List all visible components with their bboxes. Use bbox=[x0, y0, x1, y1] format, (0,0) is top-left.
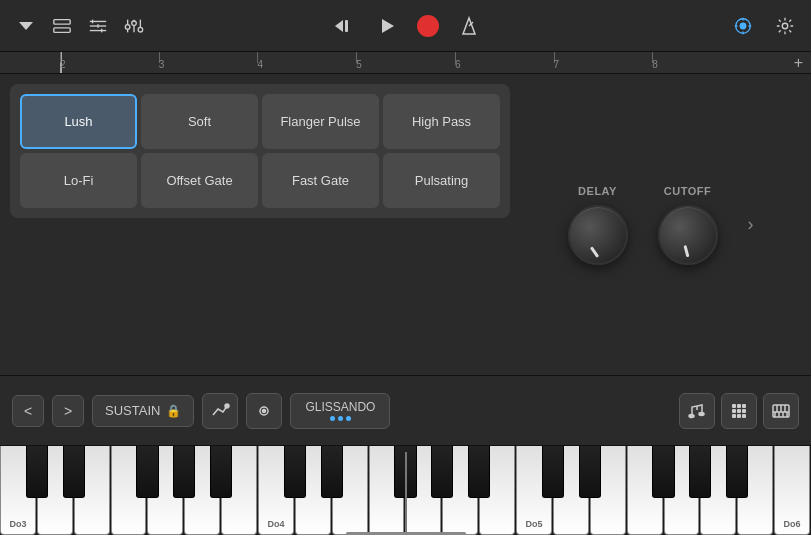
mixer-button[interactable] bbox=[120, 12, 148, 40]
cutoff-knob[interactable] bbox=[658, 205, 718, 265]
note-label-do6: Do6 bbox=[784, 519, 801, 529]
preset-offset-gate[interactable]: Offset Gate bbox=[141, 153, 258, 208]
delay-knob-group: DELAY bbox=[568, 185, 628, 265]
chord-strips-button[interactable] bbox=[721, 393, 757, 429]
glissando-dots bbox=[305, 416, 375, 421]
sustain-label: SUSTAIN bbox=[105, 403, 160, 418]
preset-flanger-pulse[interactable]: Flanger Pulse bbox=[262, 94, 379, 149]
svg-rect-41 bbox=[742, 414, 746, 418]
dot-2 bbox=[338, 416, 343, 421]
svg-marker-15 bbox=[335, 20, 343, 32]
play-button[interactable] bbox=[373, 12, 401, 40]
svg-rect-33 bbox=[732, 404, 736, 408]
black-key-11[interactable] bbox=[431, 446, 453, 498]
track-view-button[interactable] bbox=[48, 12, 76, 40]
knobs-panel: DELAY CUTOFF › bbox=[510, 74, 811, 375]
svg-point-12 bbox=[125, 24, 130, 29]
svg-marker-17 bbox=[382, 19, 394, 33]
nav-back-button[interactable]: < bbox=[12, 395, 44, 427]
preset-panel: Lush Soft Flanger Pulse High Pass Lo-Fi … bbox=[10, 84, 510, 218]
note-label-do3: Do3 bbox=[9, 519, 26, 529]
svg-point-31 bbox=[699, 412, 704, 415]
pitch-bend-vertical bbox=[405, 452, 407, 532]
expand-chevron[interactable]: › bbox=[748, 214, 754, 235]
toolbar-center bbox=[329, 12, 483, 40]
svg-marker-0 bbox=[19, 22, 33, 30]
svg-rect-2 bbox=[54, 27, 70, 32]
notes-button[interactable] bbox=[679, 393, 715, 429]
toolbar-right bbox=[729, 12, 799, 40]
ruler: 2 3 4 5 6 7 8 + bbox=[0, 52, 811, 74]
svg-point-21 bbox=[740, 23, 745, 28]
black-key-14[interactable] bbox=[542, 446, 564, 498]
black-key-1[interactable] bbox=[63, 446, 85, 498]
white-key-21[interactable]: Do6 bbox=[774, 446, 810, 535]
piano-area: Do3Do4Do5Do6 bbox=[0, 445, 811, 535]
svg-point-29 bbox=[263, 409, 266, 412]
preset-high-pass[interactable]: High Pass bbox=[383, 94, 500, 149]
lock-icon: 🔒 bbox=[166, 404, 181, 418]
ruler-tick-5: 5 bbox=[356, 52, 455, 73]
preset-lo-fi[interactable]: Lo-Fi bbox=[20, 153, 137, 208]
svg-point-27 bbox=[225, 404, 229, 408]
controls-right bbox=[679, 393, 799, 429]
ruler-tick-6: 6 bbox=[455, 52, 554, 73]
dot-3 bbox=[346, 416, 351, 421]
svg-rect-36 bbox=[732, 409, 736, 413]
ruler-ticks: 2 3 4 5 6 7 8 bbox=[60, 52, 751, 73]
ruler-tick-4: 4 bbox=[257, 52, 356, 73]
smart-controls-button[interactable] bbox=[729, 12, 757, 40]
ruler-tick-3: 3 bbox=[159, 52, 258, 73]
keyboard-view-button[interactable] bbox=[763, 393, 799, 429]
nav-forward-button[interactable]: > bbox=[52, 395, 84, 427]
chord-button[interactable] bbox=[246, 393, 282, 429]
main-area: Lush Soft Flanger Pulse High Pass Lo-Fi … bbox=[0, 74, 811, 375]
ruler-tick-2: 2 bbox=[60, 52, 159, 73]
glissando-label: GLISSANDO bbox=[305, 400, 375, 414]
metronome-button[interactable] bbox=[455, 12, 483, 40]
toolbar bbox=[0, 0, 811, 52]
toolbar-left bbox=[12, 12, 148, 40]
svg-rect-39 bbox=[732, 414, 736, 418]
preset-pulsating[interactable]: Pulsating bbox=[383, 153, 500, 208]
black-key-17[interactable] bbox=[652, 446, 674, 498]
ruler-tick-7: 7 bbox=[554, 52, 653, 73]
svg-rect-16 bbox=[345, 20, 348, 32]
dot-1 bbox=[330, 416, 335, 421]
black-key-3[interactable] bbox=[136, 446, 158, 498]
black-key-0[interactable] bbox=[26, 446, 48, 498]
cutoff-knob-group: CUTOFF bbox=[658, 185, 718, 265]
dropdown-button[interactable] bbox=[12, 12, 40, 40]
svg-point-26 bbox=[782, 23, 787, 28]
glissando-button[interactable]: GLISSANDO bbox=[290, 393, 390, 429]
controls-bar: < > SUSTAIN 🔒 GLISSANDO bbox=[0, 375, 811, 445]
arp-button[interactable] bbox=[202, 393, 238, 429]
piano-keyboard: Do3Do4Do5Do6 bbox=[0, 446, 811, 535]
black-key-7[interactable] bbox=[284, 446, 306, 498]
svg-rect-40 bbox=[737, 414, 741, 418]
preset-lush[interactable]: Lush bbox=[20, 94, 137, 149]
delay-label: DELAY bbox=[578, 185, 617, 197]
preset-fast-gate[interactable]: Fast Gate bbox=[262, 153, 379, 208]
cutoff-label: CUTOFF bbox=[664, 185, 711, 197]
black-key-4[interactable] bbox=[173, 446, 195, 498]
preset-soft[interactable]: Soft bbox=[141, 94, 258, 149]
record-button[interactable] bbox=[417, 15, 439, 37]
loop-browser-button[interactable] bbox=[84, 12, 112, 40]
add-track-button[interactable]: + bbox=[794, 54, 803, 72]
note-label-do5: Do5 bbox=[525, 519, 542, 529]
black-key-15[interactable] bbox=[579, 446, 601, 498]
svg-point-14 bbox=[138, 27, 143, 32]
svg-rect-38 bbox=[742, 409, 746, 413]
svg-rect-37 bbox=[737, 409, 741, 413]
black-key-18[interactable] bbox=[689, 446, 711, 498]
sustain-button[interactable]: SUSTAIN 🔒 bbox=[92, 395, 194, 427]
black-key-12[interactable] bbox=[468, 446, 490, 498]
svg-point-13 bbox=[132, 21, 137, 26]
black-key-8[interactable] bbox=[321, 446, 343, 498]
black-key-5[interactable] bbox=[210, 446, 232, 498]
rewind-button[interactable] bbox=[329, 12, 357, 40]
delay-knob[interactable] bbox=[568, 205, 628, 265]
black-key-19[interactable] bbox=[726, 446, 748, 498]
settings-button[interactable] bbox=[771, 12, 799, 40]
